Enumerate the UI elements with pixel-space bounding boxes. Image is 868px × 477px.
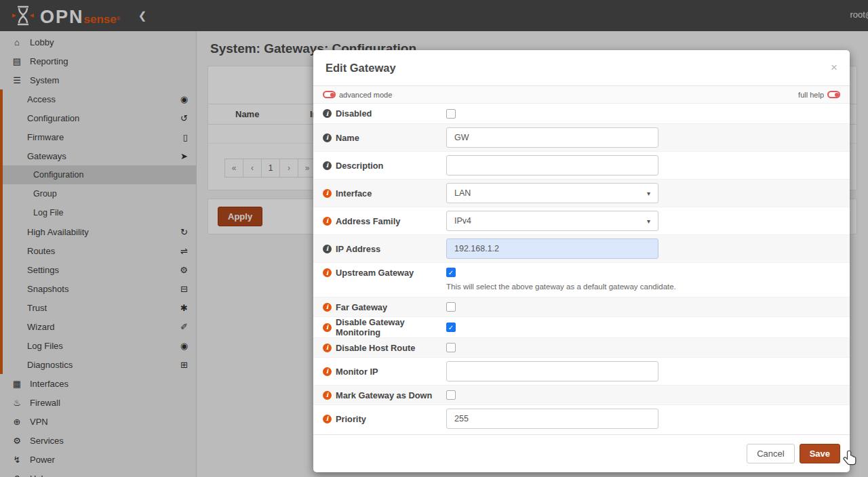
field-label: IP Address (336, 244, 380, 254)
field-label-cell: iDisable Host Route (313, 343, 446, 353)
field-row-ip-address: iIP Address192.168.1.2 (313, 234, 850, 262)
info-icon[interactable]: i (323, 217, 332, 226)
field-label: Monitor IP (336, 367, 378, 377)
field-control-cell: LAN▾ (446, 183, 850, 203)
field-label-cell: iPriority (313, 414, 446, 424)
field-row-description: iDescription (313, 151, 850, 179)
field-control-cell: GW (446, 127, 850, 148)
field-label: Address Family (336, 216, 400, 226)
field-label-cell: iName (313, 133, 446, 143)
field-row-monitor-ip: iMonitor IP (313, 357, 850, 385)
info-icon[interactable]: i (323, 189, 332, 198)
info-icon[interactable]: i (323, 391, 332, 400)
save-button[interactable]: Save (800, 444, 840, 463)
field-control-cell: ✓ (446, 323, 850, 332)
chevron-down-icon: ▾ (647, 190, 650, 197)
disable-gateway-monitoring-checkbox[interactable]: ✓ (446, 323, 456, 332)
edit-gateway-modal: Edit Gateway × advanced mode full help i… (313, 50, 850, 472)
field-label: Priority (336, 414, 366, 424)
field-row-name: iNameGW (313, 123, 850, 151)
field-label: Name (336, 133, 359, 143)
ip-address-input[interactable]: 192.168.1.2 (446, 239, 658, 259)
field-label-cell: iMonitor IP (313, 367, 446, 377)
info-icon[interactable]: i (323, 268, 332, 277)
info-icon[interactable]: i (323, 323, 332, 332)
field-label: Mark Gateway as Down (336, 390, 432, 400)
field-control-cell: 255 (446, 409, 850, 429)
input-value: GW (454, 133, 469, 142)
field-control-cell (446, 302, 850, 312)
info-icon[interactable]: i (323, 161, 332, 170)
select-value: IPv4 (454, 216, 471, 226)
field-label-cell: iAddress Family (313, 216, 446, 226)
field-control-cell (446, 390, 850, 400)
field-label: Interface (336, 188, 372, 199)
info-icon[interactable]: i (323, 344, 332, 352)
field-row-upstream-gateway: iUpstream Gateway✓This will select the a… (313, 262, 850, 297)
disable-host-route-checkbox[interactable] (446, 343, 456, 352)
monitor-ip-input[interactable] (446, 361, 658, 381)
field-row-disable-host-route: iDisable Host Route (313, 337, 850, 357)
field-label: Disabled (336, 108, 372, 119)
field-label-cell: iInterface (313, 188, 446, 199)
field-control-cell (446, 109, 850, 119)
field-row-disabled: iDisabled (313, 104, 850, 123)
disabled-checkbox[interactable] (446, 109, 456, 119)
field-label-cell: iMark Gateway as Down (313, 390, 446, 400)
modal-helpbar: advanced mode full help (313, 86, 850, 104)
field-label: Disable Gateway Monitoring (336, 317, 446, 337)
field-label: Disable Host Route (336, 343, 415, 353)
field-label: Upstream Gateway (336, 268, 414, 278)
cancel-button[interactable]: Cancel (747, 444, 794, 463)
priority-input[interactable]: 255 (446, 409, 658, 429)
field-help-text: This will select the above gateway as a … (446, 283, 850, 291)
input-value: 255 (454, 414, 469, 423)
close-icon[interactable]: × (831, 61, 837, 75)
input-value: 192.168.1.2 (454, 244, 499, 253)
field-row-disable-gateway-monitoring: iDisable Gateway Monitoring✓ (313, 316, 850, 337)
field-label: Description (336, 161, 383, 171)
field-label: Far Gateway (336, 302, 387, 312)
field-control-cell: ✓This will select the above gateway as a… (446, 268, 850, 291)
info-icon[interactable]: i (323, 303, 332, 312)
info-icon[interactable]: i (323, 133, 332, 142)
full-help-toggle[interactable] (827, 91, 840, 98)
field-control-cell (446, 343, 850, 352)
info-icon[interactable]: i (323, 245, 332, 253)
field-label-cell: iFar Gateway (313, 302, 446, 312)
modal-form: iDisablediNameGWiDescriptioniInterfaceLA… (313, 104, 850, 434)
field-row-far-gateway: iFar Gateway (313, 297, 850, 316)
chevron-down-icon: ▾ (647, 217, 650, 225)
info-icon[interactable]: i (323, 367, 332, 376)
name-input[interactable]: GW (446, 127, 658, 148)
field-control-cell: 192.168.1.2 (446, 239, 850, 259)
field-label-cell: iDisabled (313, 108, 446, 119)
field-control-cell (446, 155, 850, 175)
far-gateway-checkbox[interactable] (446, 302, 456, 312)
field-row-priority: iPriority255 (313, 405, 850, 432)
modal-title: Edit Gateway (326, 62, 396, 75)
modal-footer: Cancel Save (313, 434, 850, 472)
info-icon[interactable]: i (323, 415, 332, 423)
select-value: LAN (454, 188, 471, 198)
field-row-address-family: iAddress FamilyIPv4▾ (313, 207, 850, 234)
address-family-select[interactable]: IPv4▾ (446, 211, 658, 231)
field-label-cell: iIP Address (313, 244, 446, 254)
info-icon[interactable]: i (323, 109, 332, 118)
field-control-cell: IPv4▾ (446, 211, 850, 231)
description-input[interactable] (446, 155, 658, 175)
interface-select[interactable]: LAN▾ (446, 183, 658, 203)
field-label-cell: iUpstream Gateway (313, 268, 446, 278)
full-help-label: full help (798, 91, 824, 99)
field-control-cell (446, 361, 850, 381)
mark-gateway-as-down-checkbox[interactable] (446, 390, 456, 400)
field-row-mark-gateway-as-down: iMark Gateway as Down (313, 385, 850, 405)
advanced-mode-label: advanced mode (339, 91, 392, 99)
modal-header: Edit Gateway × (313, 50, 850, 86)
field-row-interface: iInterfaceLAN▾ (313, 179, 850, 207)
upstream-gateway-checkbox[interactable]: ✓ (446, 268, 456, 277)
advanced-mode-toggle[interactable] (323, 91, 336, 98)
field-label-cell: iDescription (313, 161, 446, 171)
field-label-cell: iDisable Gateway Monitoring (313, 317, 446, 337)
